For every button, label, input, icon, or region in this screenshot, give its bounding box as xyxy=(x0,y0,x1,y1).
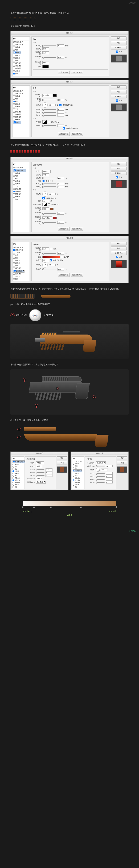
speech-bubble: 我要空饷 xyxy=(45,314,54,317)
cancel-button[interactable]: 取消 xyxy=(111,41,127,45)
instruction-8: 在这个造型上做个渐变加个浮雕，就可以。 xyxy=(10,419,129,422)
new-style-button[interactable]: 新建样式... xyxy=(111,46,127,50)
callout-3: 3 xyxy=(35,404,38,408)
callout-1: 1 xyxy=(23,378,26,381)
step-3-label: 枪托部分 xyxy=(16,313,27,317)
decor-samples xyxy=(10,294,129,299)
dots-sample xyxy=(10,18,129,20)
ok-button[interactable]: 确定 xyxy=(111,36,127,40)
layer-style-dialog-inner-small: 图层样式 样式 斜面和浮雕 等高线 纹理 描边 内阴影 内发光 光泽 颜色叠加 … xyxy=(71,452,129,490)
avatar-icon xyxy=(29,309,41,321)
hex-mid: #fffff xyxy=(23,514,116,517)
ps-note: ps：枪身上还有几个黑色的线条都不说明了。 xyxy=(10,303,129,306)
instruction-4: 这2个图形也是用形状去加减。在以前的教程都有讲，很基础的知识就不加以说明了。运用… xyxy=(10,287,129,290)
red-pegs-sample xyxy=(10,150,129,153)
layer-style-dialog-shadow: 图层样式 样式 混合选项:默认 斜面和浮雕 等高线 纹理 描边 内阴影 内发光 … xyxy=(10,80,129,139)
color-swatch[interactable] xyxy=(43,65,49,68)
hex-left: #b47e4b xyxy=(23,510,32,513)
instruction-7: 枪托本身的造型就不说了，直接用形状画出来就行了。 xyxy=(10,363,129,366)
instruction-2: 做个描边加个投影就可以了。 xyxy=(10,25,129,28)
gun-schematic: 1 2 3 4 xyxy=(10,369,129,414)
step-number-3: 3 xyxy=(10,313,15,317)
callout-2: 2 xyxy=(56,387,59,390)
gun-render xyxy=(10,324,129,359)
layer-style-dialog-bevel-small: 图层样式 样式 斜面和浮雕 等高线 纹理 描边 内阴影 内发光 光泽 颜色叠加 … xyxy=(10,452,68,490)
instruction-1: 根据你的需要先画个你喜欢的形状。圆形、椭圆形、菱形都可以 xyxy=(10,11,129,14)
set-default-button[interactable]: 设置为默认值 xyxy=(58,71,70,74)
pieces-breakdown: 1 2 xyxy=(10,425,129,448)
gradient-editor[interactable]: #b47e4b #fdfcfb #fffff xyxy=(23,501,116,517)
reset-default-button[interactable]: 复位为默认值 xyxy=(71,71,83,74)
layer-style-dialog-bevel: 图层样式 样式 混合选项:默认 斜面和浮雕 等高线 纹理 描边 内阴影 内发光 … xyxy=(10,157,129,234)
callout-4: 4 xyxy=(92,396,95,399)
instruction-3: 这个做法也很好掌握，把形状画出来，复制多个出来。一个浮雕一个渐变就可以了 xyxy=(10,144,129,147)
layer-style-dialog-stroke: 图层样式 样式 混合选项:默认 斜面和浮雕 等高线 纹理 描边 内阴影 内发光 … xyxy=(10,31,129,78)
layer-style-dialog-gradient: 图层样式 样式 混合选项:默认 斜面和浮雕 等高线 纹理 描边 内阴影 内发光 … xyxy=(10,236,129,283)
hex-right: #fdfcfb xyxy=(109,510,116,513)
style-list[interactable]: 样式 混合选项:默认 斜面和浮雕 等高线 纹理 描边 内阴影 内发光 光泽 颜色… xyxy=(12,36,30,76)
watermark-top: 三联素材 xyxy=(129,2,136,4)
stroke-pane: 描边 结构 大小(S):1像素 位置(P):外部 混合模式(B):正常 不透明度… xyxy=(31,36,109,76)
watermark-bottom: 绿色资源 xyxy=(129,530,136,532)
dialog-title: 图层样式 xyxy=(10,31,129,35)
